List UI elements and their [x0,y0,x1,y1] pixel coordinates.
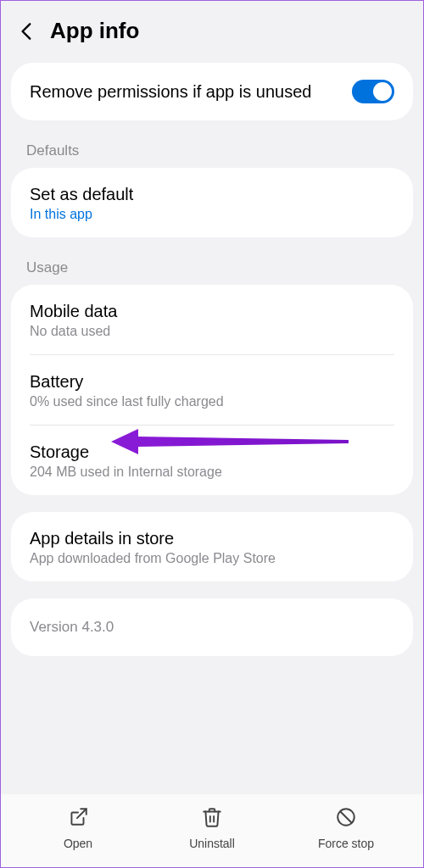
permissions-card: Remove permissions if app is unused [11,63,413,120]
force-stop-button[interactable]: Force stop [279,806,413,850]
force-stop-icon [335,806,357,832]
version-card: Version 4.3.0 [11,598,413,656]
bottom-bar: Open Uninstall Force stop [1,794,423,867]
trash-icon [201,806,223,832]
force-stop-label: Force stop [318,837,374,850]
svg-line-1 [77,809,86,818]
back-icon[interactable] [16,20,38,42]
page-title: App info [50,18,139,44]
remove-permissions-label: Remove permissions if app is unused [30,81,352,103]
remove-permissions-toggle[interactable] [352,80,394,103]
store-card: App details in store App downloaded from… [11,512,413,581]
set-as-default-row[interactable]: Set as default In this app [11,168,413,237]
battery-sub: 0% used since last fully charged [30,394,394,409]
set-as-default-label: Set as default [30,183,394,205]
uninstall-label: Uninstall [189,837,235,850]
toggle-knob [373,82,392,101]
spacer [1,502,423,512]
app-details-store-label: App details in store [30,527,394,549]
battery-row[interactable]: Battery 0% used since last fully charged [11,355,413,425]
app-details-store-sub: App downloaded from Google Play Store [30,551,394,566]
uninstall-button[interactable]: Uninstall [145,806,279,850]
open-button[interactable]: Open [11,806,145,850]
remove-permissions-row[interactable]: Remove permissions if app is unused [11,63,413,120]
open-icon [67,806,89,832]
defaults-card: Set as default In this app [11,168,413,237]
storage-sub: 204 MB used in Internal storage [30,465,394,480]
storage-label: Storage [30,441,394,463]
usage-card: Mobile data No data used Battery 0% used… [11,285,413,495]
battery-label: Battery [30,370,394,392]
mobile-data-label: Mobile data [30,300,394,322]
mobile-data-row[interactable]: Mobile data No data used [11,285,413,354]
mobile-data-sub: No data used [30,324,394,339]
defaults-section-label: Defaults [1,127,423,168]
spacer [1,588,423,598]
svg-line-3 [341,812,352,823]
usage-section-label: Usage [1,244,423,285]
app-details-store-row[interactable]: App details in store App downloaded from… [11,512,413,581]
open-label: Open [64,837,92,850]
storage-row[interactable]: Storage 204 MB used in Internal storage [11,426,413,495]
set-as-default-sub: In this app [30,207,394,222]
header: App info [1,1,423,63]
version-label: Version 4.3.0 [11,598,413,656]
